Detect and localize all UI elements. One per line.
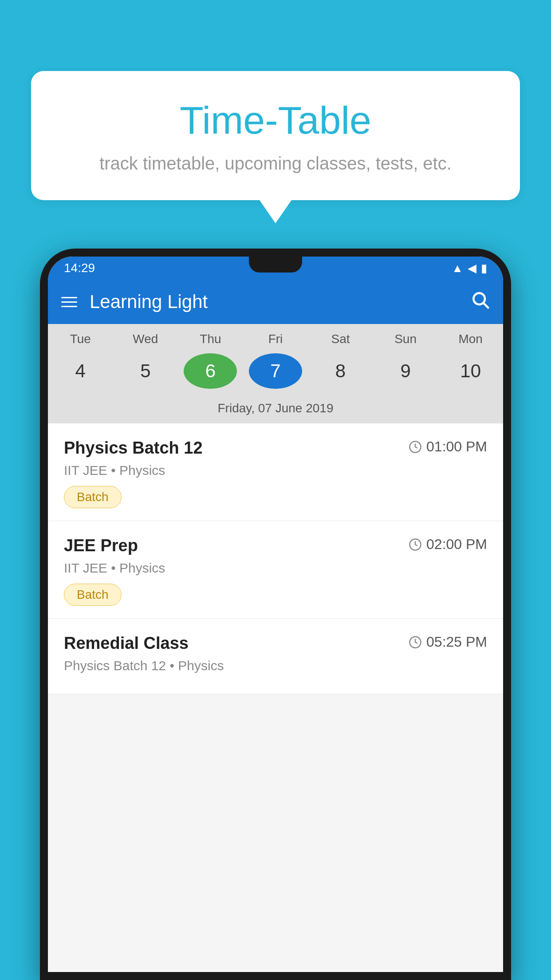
schedule-item-1-header: Physics Batch 12 01:00 PM (64, 439, 487, 458)
app-header: Learning Light (48, 280, 503, 324)
clock-icon-3 (409, 636, 422, 649)
speech-bubble-title: Time-Table (58, 98, 493, 143)
clock-icon-2 (409, 538, 422, 551)
date-4[interactable]: 4 (54, 353, 107, 389)
schedule-item-3-time-container: 05:25 PM (409, 634, 487, 650)
phone-screen: 14:29 ▲ ◀ ▮ Learning Light (48, 257, 503, 972)
day-thu[interactable]: Thu (184, 332, 237, 346)
speech-bubble-tail (260, 200, 291, 223)
day-mon[interactable]: Mon (444, 332, 497, 346)
day-sun[interactable]: Sun (379, 332, 432, 346)
battery-icon: ▮ (481, 261, 487, 275)
date-6-today[interactable]: 6 (184, 353, 237, 389)
schedule-item-3[interactable]: Remedial Class 05:25 PM Physics Batch 12… (48, 619, 503, 694)
clock-icon-1 (409, 440, 422, 454)
schedule-item-1-time-container: 01:00 PM (409, 439, 487, 455)
app-header-left: Learning Light (61, 291, 208, 312)
schedule-item-1-subtitle: IIT JEE • Physics (64, 463, 487, 478)
calendar-strip: Tue Wed Thu Fri Sat Sun Mon 4 5 6 7 8 9 … (48, 324, 503, 423)
hamburger-menu-icon[interactable] (61, 297, 77, 307)
schedule-item-2-time-container: 02:00 PM (409, 536, 487, 553)
schedule-item-2[interactable]: JEE Prep 02:00 PM IIT JEE • Physics Batc… (48, 521, 503, 619)
schedule-item-3-subtitle: Physics Batch 12 • Physics (64, 658, 487, 673)
search-button[interactable] (470, 290, 490, 314)
date-9[interactable]: 9 (379, 353, 432, 389)
speech-bubble: Time-Table track timetable, upcoming cla… (31, 71, 520, 200)
speech-bubble-subtitle: track timetable, upcoming classes, tests… (58, 154, 493, 174)
speech-bubble-container: Time-Table track timetable, upcoming cla… (31, 71, 520, 223)
schedule-item-2-header: JEE Prep 02:00 PM (64, 536, 487, 555)
phone-frame: 14:29 ▲ ◀ ▮ Learning Light (40, 249, 511, 980)
day-sat[interactable]: Sat (314, 332, 367, 346)
date-8[interactable]: 8 (314, 353, 367, 389)
svg-line-1 (484, 303, 488, 308)
day-fri[interactable]: Fri (249, 332, 302, 346)
schedule-item-1-badge: Batch (64, 486, 122, 508)
schedule-item-3-header: Remedial Class 05:25 PM (64, 634, 487, 653)
hamburger-line-3 (61, 306, 77, 307)
hamburger-line-2 (61, 301, 77, 303)
day-wed[interactable]: Wed (119, 332, 172, 346)
phone-notch (249, 257, 302, 273)
signal-icon: ◀ (468, 261, 476, 275)
wifi-icon: ▲ (452, 261, 463, 275)
date-5[interactable]: 5 (119, 353, 172, 389)
day-names-row: Tue Wed Thu Fri Sat Sun Mon (48, 324, 503, 350)
schedule-item-2-time: 02:00 PM (426, 536, 487, 553)
date-numbers-row: 4 5 6 7 8 9 10 (48, 350, 503, 397)
schedule-item-2-title: JEE Prep (64, 536, 138, 555)
date-7-selected[interactable]: 7 (249, 353, 302, 389)
schedule-item-3-time: 05:25 PM (426, 634, 487, 650)
date-10[interactable]: 10 (444, 353, 497, 389)
hamburger-line-1 (61, 297, 77, 298)
app-title: Learning Light (90, 291, 208, 312)
schedule-item-2-subtitle: IIT JEE • Physics (64, 561, 487, 576)
schedule-item-1-time: 01:00 PM (426, 439, 487, 455)
schedule-item-3-title: Remedial Class (64, 634, 189, 653)
status-bar-icons: ▲ ◀ ▮ (452, 261, 487, 275)
schedule-item-2-badge: Batch (64, 584, 122, 606)
selected-date-label: Friday, 07 June 2019 (48, 397, 503, 423)
schedule-item-1-title: Physics Batch 12 (64, 439, 203, 458)
schedule-item-1[interactable]: Physics Batch 12 01:00 PM IIT JEE • Phys… (48, 423, 503, 521)
status-bar-time: 14:29 (64, 261, 95, 275)
schedule-list: Physics Batch 12 01:00 PM IIT JEE • Phys… (48, 423, 503, 694)
day-tue[interactable]: Tue (54, 332, 107, 346)
